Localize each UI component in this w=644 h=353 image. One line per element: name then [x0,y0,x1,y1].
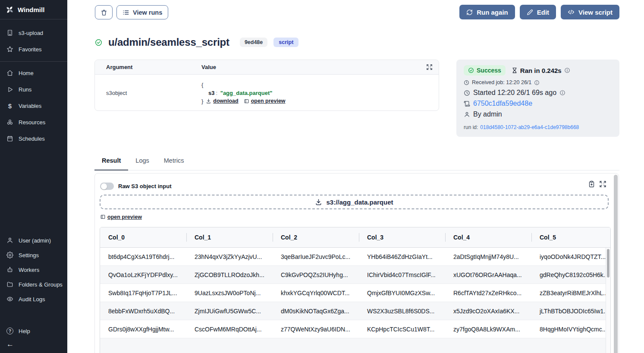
table-cell: C9kGvPOQZs2IUHyhg... [273,266,359,284]
windmill-logo-icon [6,6,14,14]
expand-icon[interactable] [599,180,606,188]
collapse-sidebar-button[interactable]: ← [0,338,67,350]
table-column-header: Col_4 [445,227,531,247]
tab-result[interactable]: Result [94,157,128,170]
table-cell: zy7fgoQ8A8Lk9WXAm... [445,320,531,338]
download-link[interactable]: download [206,97,238,105]
table-cell: WS2X3uzSBL8f6S0DS... [359,302,445,320]
result-table-inner: Col_0Col_1Col_2Col_3Col_4Col_5 bt6dp4CgX… [100,227,611,353]
main-content: View runs Run again Edit [67,0,644,353]
sidebar-account-group: User (admin) Settings Workers [0,233,67,306]
table-cell: z77QWeNtXzy9aU6IDN... [273,320,359,338]
table-column-header: Col_0 [100,227,186,247]
clipboard-copy-icon[interactable] [588,180,595,188]
ran-in: Ran in 0.242s [512,67,570,74]
table-cell: QvOa1oLzKFjYDFPdlxy... [100,266,186,284]
argument-column-header: Argument [106,64,201,70]
user-icon [464,111,470,118]
view-runs-button[interactable]: View runs [116,5,168,19]
view-script-label: View script [578,9,613,16]
run-id-link[interactable]: 018d4580-1072-ab29-e6a4-c1de9798b668 [480,124,579,130]
sidebar-item-resources[interactable]: Resources [0,114,67,130]
table-row: bt6dp4CgXsA19T6hdrj...23hN4qxV3jZkYyAzjv… [100,248,611,266]
user-icon [6,237,13,244]
ran-in-label: Ran in 0.242s [520,67,562,74]
raw-s3-toggle[interactable] [100,183,114,190]
kind-badge: script [273,38,298,47]
delete-button[interactable] [95,5,113,19]
raw-s3-toggle-label: Raw S3 object input [118,183,172,189]
sidebar-item-label: Runs [19,86,31,93]
expand-icon[interactable] [426,64,433,70]
table-cell: 23hN4qxV3jZkYyAzjvU... [186,248,273,265]
table-cell: 2aDtSgtIqMnjjM74y8U... [445,248,531,265]
sidebar-item-settings[interactable]: Settings [0,248,67,262]
arguments-header: Argument Value [95,60,439,75]
table-cell: IChirVbid4c07TmscIGlF... [359,266,445,284]
info-icon[interactable] [534,80,540,85]
run-id-row: run id: 018d4580-1072-ab29-e6a4-c1de9798… [464,124,612,130]
calendar-icon [6,135,13,142]
sidebar-item-folders-groups[interactable]: Folders & Groups [0,277,67,292]
table-scrollbar-thumb[interactable] [607,249,609,277]
table-cell: bt6dp4CgXsA19T6hdrj... [100,248,186,265]
clock-icon [464,80,469,85]
table-cell: KCpHpcTCIcSCu1W8T... [359,320,445,338]
sidebar: Windmill s3-upload Favorites [0,0,67,353]
tab-logs[interactable]: Logs [128,157,156,170]
sidebar-item-label: Audit Logs [19,296,45,303]
open-preview-link[interactable]: open preview [244,97,286,105]
sidebar-item-help[interactable]: ? Help [0,324,67,338]
pencil-icon [527,9,533,16]
tab-metrics[interactable]: Metrics [157,157,192,170]
run-again-button[interactable]: Run again [459,5,515,19]
sidebar-item-label: Home [19,70,34,76]
sidebar-item-runs[interactable]: Runs [0,81,67,98]
s3-download-dropzone[interactable]: s3://agg_data.parquet [100,195,609,209]
table-cell: Swb8Iq17FqHjoT7P1JL... [100,284,186,302]
result-actions [588,180,606,188]
sidebar-item-label: Settings [19,252,39,258]
panel-preview-icon [100,214,106,220]
table-scrollbar[interactable] [606,248,610,353]
table-cell: 8ebbFxWDxrh5uXdBQ... [100,302,186,320]
sidebar-item-label: Workers [19,267,39,273]
app-logo-row[interactable]: Windmill [0,0,67,19]
info-icon[interactable] [559,90,565,96]
table-cell: ZjmIJUiGwfU5GWw5C... [186,302,273,320]
download-icon [315,199,322,206]
robot-icon [6,266,13,273]
result-tabs: Result Logs Metrics [94,157,619,170]
table-column-header: Col_2 [273,227,359,247]
table-row: Swb8Iq17FqHjoT7P1JL...9UazLsxzsJW0oPToNj… [100,284,611,302]
open-preview-link[interactable]: open preview [100,214,142,220]
help-icon: ? [6,328,13,334]
toolbar-left: View runs [95,5,168,19]
sidebar-item-favorites[interactable]: Favorites [0,41,67,57]
view-script-button[interactable]: View script [561,5,619,19]
info-icon[interactable] [564,67,570,73]
sidebar-item-s3-upload[interactable]: s3-upload [0,25,67,41]
view-runs-label: View runs [133,9,162,16]
job-hash-link[interactable]: 6750c1dfa59ed48e [473,100,532,107]
result-scrollbar[interactable] [614,175,618,353]
sidebar-item-variables[interactable]: $ Variables [0,98,67,114]
star-icon [6,46,13,53]
started-label: Started 12:20 26/1 69s ago [473,89,556,97]
list-icon [123,9,129,16]
sidebar-item-workers[interactable]: Workers [0,262,67,277]
sidebar-item-audit-logs[interactable]: Audit Logs [0,292,67,306]
table-row: 8ebbFxWDxrh5uXdBQ...ZjmIJUiGwfU5GWw5C...… [100,302,611,320]
sidebar-item-home[interactable]: Home [0,65,67,81]
home-icon [6,69,13,76]
edit-button[interactable]: Edit [520,5,556,19]
refresh-icon [466,9,473,16]
json-open-brace: { [201,82,203,88]
sidebar-item-user[interactable]: User (admin) [0,233,67,248]
status-top-row: Success Ran in 0.242s [464,65,612,76]
argument-value-json: { s3: "agg_data.parquet" } [201,81,286,105]
run-again-label: Run again [477,9,508,16]
sidebar-item-schedules[interactable]: Schedules [0,130,67,147]
table-cell: jLThBTbOBJODIc65Iw1... [531,302,611,320]
app-name: Windmill [18,6,44,13]
